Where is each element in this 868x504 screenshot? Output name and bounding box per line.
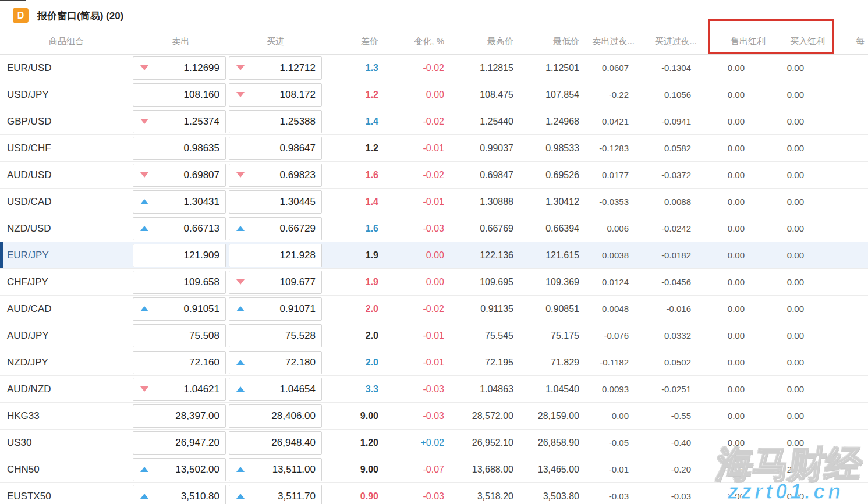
buy-price-button[interactable]: 1.04654 bbox=[229, 378, 322, 401]
spread-value: 2.0 bbox=[322, 304, 378, 314]
sell-price-button[interactable]: 75.508 bbox=[133, 324, 226, 347]
table-row[interactable]: AUD/NZD 1.04621 1.04654 3.3 -0.03 1.0486… bbox=[0, 375, 868, 402]
buy-price-button[interactable]: 0.66729 bbox=[229, 217, 322, 240]
sell-price-button[interactable]: 0.69807 bbox=[133, 164, 226, 187]
col-header-spread[interactable]: 差价 bbox=[322, 36, 378, 47]
sell-price-button[interactable]: 3,510.80 bbox=[133, 485, 226, 504]
buy-dividend-value: 0.00 bbox=[745, 384, 804, 394]
buy-dividend-value: 0.00 bbox=[745, 304, 804, 314]
buy-price-button[interactable]: 13,511.00 bbox=[229, 458, 322, 481]
low-price-value: 1.12501 bbox=[513, 63, 579, 73]
col-header-buy-overnight[interactable]: 买进过夜... bbox=[635, 36, 697, 47]
table-row[interactable]: EUR/USD 1.12699 1.12712 1.3 -0.02 1.1281… bbox=[0, 54, 868, 81]
buy-price-button[interactable]: 3,511.70 bbox=[229, 485, 322, 504]
col-header-change[interactable]: 变化, % bbox=[378, 36, 444, 47]
high-price-value: 109.695 bbox=[444, 277, 513, 288]
table-row[interactable]: CHF/JPY 109.658 109.677 1.9 0.00 109.695… bbox=[0, 268, 868, 295]
buy-price-value: 0.91071 bbox=[280, 303, 321, 315]
sell-price-button[interactable]: 13,502.00 bbox=[133, 458, 226, 481]
col-header-high[interactable]: 最高价 bbox=[444, 36, 513, 47]
change-percent-value: +0.02 bbox=[378, 438, 444, 448]
buy-price-button[interactable]: 108.172 bbox=[229, 83, 322, 107]
page-title: 报价窗口(简易) (20) bbox=[37, 9, 123, 23]
col-header-sell-overnight[interactable]: 卖出过夜... bbox=[585, 36, 635, 47]
sell-dividend-value: 0.00 bbox=[691, 63, 745, 73]
buy-price-button[interactable]: 121.928 bbox=[229, 244, 322, 267]
col-header-buy[interactable]: 买进 bbox=[229, 36, 322, 47]
buy-price-button[interactable]: 109.677 bbox=[229, 271, 322, 294]
buy-price-button[interactable]: 0.98647 bbox=[229, 137, 322, 160]
change-percent-value: 0.00 bbox=[378, 90, 444, 100]
sell-price-button[interactable]: 108.160 bbox=[133, 83, 226, 107]
table-row[interactable]: USD/CAD 1.30431 1.30445 1.4 -0.01 1.3088… bbox=[0, 188, 868, 215]
sell-dividend-value: 0.00 bbox=[691, 277, 745, 287]
sell-price-button[interactable]: 0.98635 bbox=[133, 137, 226, 160]
high-price-value: 1.04863 bbox=[444, 384, 513, 395]
symbol-label: HKG33 bbox=[0, 410, 133, 422]
table-row[interactable]: AUD/JPY 75.508 75.528 2.0 -0.01 75.545 7… bbox=[0, 322, 868, 349]
buy-price-value: 109.677 bbox=[280, 276, 321, 288]
buy-dividend-value: 0.00 bbox=[745, 250, 804, 260]
high-price-value: 28,572.00 bbox=[444, 411, 513, 421]
high-price-value: 1.25440 bbox=[444, 116, 513, 127]
table-row[interactable]: HKG33 28,397.00 28,406.00 9.00 -0.03 28,… bbox=[0, 402, 868, 429]
table-row[interactable]: AUD/USD 0.69807 0.69823 1.6 -0.02 0.6984… bbox=[0, 161, 868, 188]
buy-price-button[interactable]: 26,948.40 bbox=[229, 431, 322, 455]
sell-price-button[interactable]: 26,947.20 bbox=[133, 431, 226, 455]
sell-price-button[interactable]: 1.25374 bbox=[133, 110, 226, 133]
buy-price-value: 1.12712 bbox=[280, 62, 321, 74]
quote-window: D 报价窗口(简易) (20) 商品组合 卖出 买进 差价 变化, % 最高价 … bbox=[0, 0, 868, 504]
spread-value: 3.3 bbox=[322, 384, 378, 395]
sell-price-button[interactable]: 72.160 bbox=[133, 351, 226, 374]
buy-price-button[interactable]: 75.528 bbox=[229, 324, 322, 347]
quote-table-body: EUR/USD 1.12699 1.12712 1.3 -0.02 1.1281… bbox=[0, 54, 868, 504]
price-direction-icon bbox=[236, 386, 245, 392]
spread-value: 1.9 bbox=[322, 250, 378, 261]
low-price-value: 0.66394 bbox=[513, 223, 579, 234]
price-direction-icon bbox=[140, 226, 148, 231]
sell-price-value: 108.160 bbox=[184, 89, 225, 101]
sell-price-button[interactable]: 1.12699 bbox=[133, 56, 226, 80]
low-price-value: 109.369 bbox=[513, 277, 579, 288]
sell-price-button[interactable]: 1.30431 bbox=[133, 190, 226, 214]
buy-dividend-value: 0.00 bbox=[745, 357, 804, 367]
sell-price-button[interactable]: 109.658 bbox=[133, 271, 226, 294]
sell-price-button[interactable]: 0.91051 bbox=[133, 297, 226, 321]
sell-overnight-value: 0.006 bbox=[579, 223, 629, 233]
sell-price-button[interactable]: 28,397.00 bbox=[133, 404, 226, 428]
buy-price-button[interactable]: 1.12712 bbox=[229, 56, 322, 80]
table-row[interactable]: NZD/JPY 72.160 72.180 2.0 -0.01 72.195 7… bbox=[0, 349, 868, 375]
col-header-symbol[interactable]: 商品组合 bbox=[0, 36, 133, 47]
spread-value: 1.4 bbox=[322, 116, 378, 127]
buy-dividend-value: 0.00 bbox=[745, 223, 804, 233]
table-row[interactable]: NZD/USD 0.66713 0.66729 1.6 -0.03 0.6676… bbox=[0, 215, 868, 242]
table-row[interactable]: GBP/USD 1.25374 1.25388 1.4 -0.02 1.2544… bbox=[0, 108, 868, 134]
buy-price-value: 3,511.70 bbox=[278, 491, 321, 502]
buy-price-button[interactable]: 0.91071 bbox=[229, 297, 322, 321]
spread-value: 9.00 bbox=[322, 411, 378, 421]
high-price-value: 1.30888 bbox=[444, 197, 513, 207]
high-price-value: 122.136 bbox=[444, 250, 513, 261]
buy-overnight-value: 0.0582 bbox=[629, 143, 691, 153]
high-price-value: 13,688.00 bbox=[444, 464, 513, 475]
buy-price-button[interactable]: 1.30445 bbox=[229, 190, 322, 214]
col-header-sell[interactable]: 卖出 bbox=[133, 36, 229, 47]
table-row[interactable]: AUD/CAD 0.91051 0.91071 2.0 -0.02 0.9113… bbox=[0, 295, 868, 322]
buy-price-button[interactable]: 1.25388 bbox=[229, 110, 322, 133]
sell-price-button[interactable]: 121.909 bbox=[133, 244, 226, 267]
col-header-low[interactable]: 最低价 bbox=[513, 36, 579, 47]
sell-price-button[interactable]: 1.04621 bbox=[133, 378, 226, 401]
sell-overnight-value: -0.03 bbox=[579, 491, 629, 501]
symbol-label: USD/CHF bbox=[0, 143, 133, 154]
buy-price-button[interactable]: 72.180 bbox=[229, 351, 322, 374]
buy-price-button[interactable]: 0.69823 bbox=[229, 164, 322, 187]
spread-value: 0.90 bbox=[322, 491, 378, 502]
table-row[interactable]: USD/CHF 0.98635 0.98647 1.2 -0.01 0.9903… bbox=[0, 134, 868, 161]
spread-value: 1.3 bbox=[322, 63, 378, 73]
sell-dividend-value: 0.00 bbox=[691, 116, 745, 126]
table-row[interactable]: EUR/JPY 121.909 121.928 1.9 0.00 122.136… bbox=[0, 242, 868, 268]
change-percent-value: -0.07 bbox=[378, 464, 444, 475]
buy-price-button[interactable]: 28,406.00 bbox=[229, 404, 322, 428]
sell-price-button[interactable]: 0.66713 bbox=[133, 217, 226, 240]
table-row[interactable]: USD/JPY 108.160 108.172 1.2 0.00 108.475… bbox=[0, 81, 868, 108]
